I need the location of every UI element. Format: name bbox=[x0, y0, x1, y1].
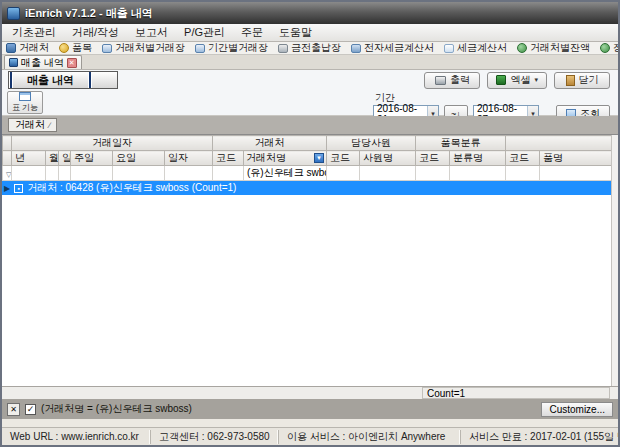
column-class-name[interactable]: 분류명 bbox=[450, 151, 506, 166]
ledger-by-customer-icon bbox=[102, 44, 112, 53]
status-expiry: 서비스 만료 : 2017-02-01 (155일 남음) bbox=[460, 430, 618, 444]
column-date[interactable]: 일자 bbox=[165, 151, 213, 166]
filter-close-icon[interactable]: ✕ bbox=[7, 403, 20, 416]
panel-header: 매출 내역 출력 엑셀 ▾ 닫기 bbox=[2, 70, 618, 90]
toolbar-label: 품목 bbox=[72, 42, 92, 55]
grid-header-table: 거래일자 거래처 담당사원 품목분류 품목 년 월 일 주일 요일 일자 bbox=[2, 135, 611, 181]
filter-cell-item-name[interactable] bbox=[540, 166, 612, 181]
column-group-item[interactable]: 품목 bbox=[506, 136, 612, 151]
status-bar: Web URL : www.ienrich.co.kr 고객센터 : 062-9… bbox=[2, 427, 618, 445]
filter-expression: (거래처명 = (유)신우테크 swboss) bbox=[41, 402, 192, 416]
toolbar-customer[interactable]: 거래처 bbox=[6, 42, 49, 55]
vertical-scrollbar[interactable] bbox=[611, 135, 618, 386]
toolbar-label: 장부별잔액 bbox=[613, 42, 618, 55]
app-window: iEnrich v7.1.2 - 매출 내역 기초관리 거래/작성 보고서 P/… bbox=[0, 0, 620, 447]
menu-item-orders[interactable]: 주문 bbox=[233, 24, 271, 41]
toolbar-label: 세금계산서 bbox=[457, 42, 507, 55]
column-filter-icon[interactable]: ▼ bbox=[314, 153, 324, 163]
group-by-chip-customer[interactable]: 거래처 ∕ bbox=[8, 118, 57, 132]
column-header-row: 년 월 일 주일 요일 일자 코드 거래처명 ▼ 코드 bbox=[3, 151, 612, 166]
window-title: iEnrich v7.1.2 - 매출 내역 bbox=[25, 6, 153, 21]
grid-empty-area bbox=[2, 195, 611, 386]
filter-row: ▽ (유)신우테크 swboss bbox=[3, 166, 612, 181]
filter-cell-customer-name[interactable]: (유)신우테크 swboss bbox=[244, 166, 327, 181]
column-group-date[interactable]: 거래일자 bbox=[12, 136, 213, 151]
filter-cell-class-name[interactable] bbox=[450, 166, 506, 181]
excel-button[interactable]: 엑셀 ▾ bbox=[487, 72, 547, 89]
tax-invoice-icon bbox=[444, 44, 454, 53]
tab-sales-detail[interactable]: 매출 내역 ✕ bbox=[4, 55, 82, 69]
collapse-toggle-icon[interactable]: ▪ bbox=[14, 184, 23, 193]
toolbar-ledger-by-customer[interactable]: 거래처별거래장 bbox=[102, 42, 185, 55]
column-week[interactable]: 주일 bbox=[71, 151, 113, 166]
group-by-field-label: 거래처 bbox=[15, 118, 45, 132]
column-group-item-class[interactable]: 품목분류 bbox=[416, 136, 506, 151]
group-row-text: 거래처 : 06428 (유)신우테크 swboss (Count=1) bbox=[27, 181, 236, 195]
filter-cell-item-code[interactable] bbox=[506, 166, 540, 181]
summary-row: Count=1 bbox=[2, 386, 618, 399]
toolbar-label: 거래처별잔액 bbox=[530, 42, 590, 55]
printer-icon bbox=[435, 76, 446, 85]
filter-cell-class-code[interactable] bbox=[416, 166, 450, 181]
column-day[interactable]: 일 bbox=[59, 151, 71, 166]
status-call-center: 고객센터 : 062-973-0580 bbox=[150, 430, 278, 444]
filter-cell-day[interactable] bbox=[59, 166, 71, 181]
filter-enabled-checkbox[interactable]: ✓ bbox=[25, 404, 36, 415]
toolbar-e-tax-invoice[interactable]: 전자세금계산서 bbox=[351, 42, 434, 55]
filter-cell-year[interactable] bbox=[12, 166, 46, 181]
funnel-icon: ▽ bbox=[6, 171, 11, 178]
toolbar-label: 금전출납장 bbox=[291, 42, 341, 55]
tab-close-icon[interactable]: ✕ bbox=[67, 58, 77, 68]
column-group-customer[interactable]: 거래처 bbox=[213, 136, 327, 151]
menu-item-help[interactable]: 도움말 bbox=[271, 24, 320, 41]
print-button[interactable]: 출력 bbox=[424, 72, 480, 89]
sort-ascending-icon: ∕ bbox=[49, 121, 50, 130]
column-month[interactable]: 월 bbox=[46, 151, 59, 166]
toolbar-item[interactable]: 품목 bbox=[59, 42, 92, 55]
column-item-name[interactable]: 품명 bbox=[540, 151, 612, 166]
toolbar-ledger-by-period[interactable]: 기간별거래장 bbox=[195, 42, 268, 55]
filter-cell-weekday[interactable] bbox=[113, 166, 165, 181]
table-tools-button[interactable]: 표 기능 bbox=[7, 91, 43, 114]
customize-button[interactable]: Customize... bbox=[541, 402, 613, 417]
group-row-customer[interactable]: ▶ ▪ 거래처 : 06428 (유)신우테크 swboss (Count=1) bbox=[2, 181, 611, 195]
toolbar: 거래처 품목 거래처별거래장 기간별거래장 금전출납장 전자세금계산서 세금계산… bbox=[2, 42, 618, 55]
close-button-label: 닫기 bbox=[579, 73, 599, 87]
toolbar-label: 기간별거래장 bbox=[208, 42, 268, 55]
filter-cell-month[interactable] bbox=[46, 166, 59, 181]
column-item-code[interactable]: 코드 bbox=[506, 151, 540, 166]
table-icon bbox=[19, 92, 31, 101]
column-class-code[interactable]: 코드 bbox=[416, 151, 450, 166]
toolbar-customer-balance[interactable]: 거래처별잔액 bbox=[517, 42, 590, 55]
chevron-down-icon: ▾ bbox=[534, 76, 538, 84]
toolbar-book-balance[interactable]: 장부별잔액 bbox=[600, 42, 618, 55]
menu-item-transaction[interactable]: 거래/작성 bbox=[64, 24, 127, 41]
filter-cell-date[interactable] bbox=[165, 166, 213, 181]
filter-cell-employee-code[interactable] bbox=[327, 166, 360, 181]
toolbar-tax-invoice[interactable]: 세금계산서 bbox=[444, 42, 507, 55]
toolbar-label: 거래처별거래장 bbox=[115, 42, 185, 55]
menu-item-reports[interactable]: 보고서 bbox=[127, 24, 176, 41]
menu-item-basic-mgmt[interactable]: 기초관리 bbox=[4, 24, 64, 41]
header-buttons: 출력 엑셀 ▾ 닫기 bbox=[424, 72, 610, 89]
column-group-employee[interactable]: 담당사원 bbox=[327, 136, 416, 151]
filter-cell-week[interactable] bbox=[71, 166, 113, 181]
column-customer-code[interactable]: 코드 bbox=[213, 151, 244, 166]
column-customer-name[interactable]: 거래처명 ▼ bbox=[244, 151, 327, 166]
close-button[interactable]: 닫기 bbox=[554, 72, 610, 89]
toolbar-label: 거래처 bbox=[19, 42, 49, 55]
filter-row-indicator: ▽ bbox=[3, 166, 12, 181]
filter-cell-customer-code[interactable] bbox=[213, 166, 244, 181]
table-tools-label: 표 기능 bbox=[12, 102, 38, 113]
status-web-url: Web URL : www.ienrich.co.kr bbox=[2, 430, 150, 444]
column-weekday[interactable]: 요일 bbox=[113, 151, 165, 166]
ledger-by-period-icon bbox=[195, 44, 205, 53]
filter-cell-employee-name[interactable] bbox=[360, 166, 416, 181]
toolbar-cashbook[interactable]: 금전출납장 bbox=[278, 42, 341, 55]
column-employee-code[interactable]: 코드 bbox=[327, 151, 360, 166]
group-by-panel: 거래처 ∕ bbox=[2, 116, 618, 135]
menu-item-pg-mgmt[interactable]: P/G관리 bbox=[176, 24, 233, 41]
column-year[interactable]: 년 bbox=[12, 151, 46, 166]
column-employee-name[interactable]: 사원명 bbox=[360, 151, 416, 166]
cashbook-icon bbox=[278, 44, 288, 53]
